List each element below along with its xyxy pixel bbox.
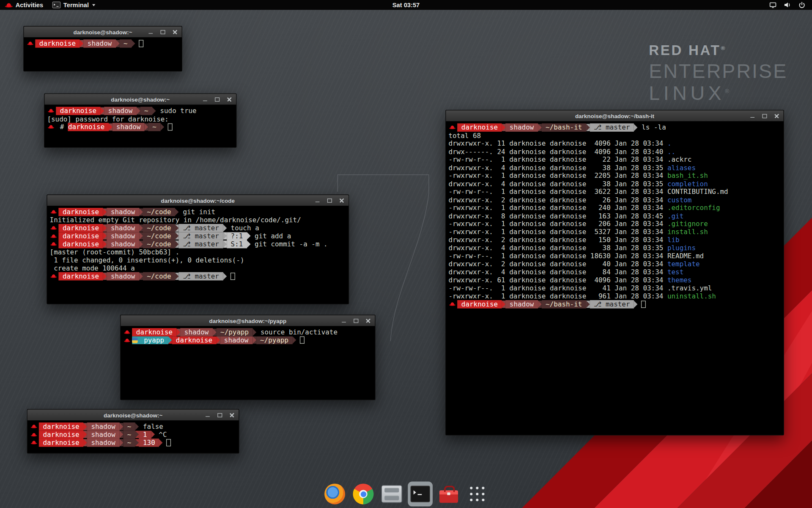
- terminal-line: drwxrwxr-x. 8 darknoise darknoise 163 Ja…: [448, 212, 781, 220]
- window-titlebar[interactable]: darknoise@shadow:~: [24, 26, 181, 38]
- prompt-segment-host: shadow: [107, 224, 139, 232]
- powerline-arrow-icon: [80, 40, 84, 47]
- window-titlebar[interactable]: darknoise@shadow:~: [27, 409, 239, 421]
- powerline-arrow-icon: [502, 301, 506, 308]
- dock-toolbox[interactable]: [436, 482, 461, 507]
- terminal-text: bash_it.sh: [667, 171, 708, 179]
- prompt-segment-path: ~/code: [143, 232, 176, 240]
- close-button[interactable]: [172, 29, 178, 35]
- prompt-segment-git: ⎇ master: [590, 123, 634, 131]
- window-titlebar[interactable]: darknoise@shadow:~/pyapp: [121, 315, 375, 326]
- terminal-text: uninstall.sh: [667, 292, 716, 300]
- brand-enterprise: ENTERPRISE: [649, 61, 787, 81]
- prompt-segment-user: darknoise: [58, 208, 103, 216]
- terminal-content[interactable]: darknoise shadow ~ sudo true[sudo] passw…: [44, 105, 236, 147]
- app-menu-terminal[interactable]: Terminal: [48, 0, 100, 10]
- prompt-segment-host: shadow: [87, 422, 120, 431]
- display-icon[interactable]: [769, 1, 776, 8]
- close-button[interactable]: [339, 198, 344, 203]
- prompt-segment-exit: 130: [139, 439, 159, 447]
- terminal-window-code[interactable]: darknoise@shadow:~/code darknoise shadow…: [47, 194, 349, 304]
- terminal-content[interactable]: darknoise shadow ~/bash-it ⎇ master ls -…: [446, 121, 783, 435]
- close-button[interactable]: [229, 412, 234, 417]
- powerline-arrow-icon: [101, 107, 104, 114]
- window-title: darknoise@shadow:~/bash-it: [575, 113, 654, 119]
- prompt-segment-gitstatus: ?:1: [227, 232, 247, 240]
- minimize-button[interactable]: [315, 198, 320, 203]
- maximize-button[interactable]: [327, 198, 332, 203]
- terminal-text: themes: [667, 276, 692, 284]
- prompt-segment-user: darknoise: [58, 224, 103, 232]
- maximize-button[interactable]: [762, 113, 767, 119]
- dock-firefox[interactable]: [322, 482, 347, 507]
- minimize-button[interactable]: [205, 412, 211, 417]
- powerline-arrow-icon: [145, 123, 148, 130]
- python-icon: [132, 337, 137, 343]
- activities-label: Activities: [16, 1, 43, 8]
- terminal-content[interactable]: darknoise shadow ~: [24, 37, 181, 71]
- minimize-button[interactable]: [750, 113, 755, 119]
- prompt-segment-host: shadow: [104, 107, 137, 115]
- system-status-area[interactable]: [769, 1, 812, 8]
- terminal-content[interactable]: darknoise shadow ~/pyapp source bin/acti…: [121, 326, 375, 400]
- dock-terminal[interactable]: [408, 482, 433, 507]
- dock: [322, 482, 490, 507]
- terminal-text: git commit -a -m .: [251, 240, 328, 248]
- terminal-line: darknoise shadow ~ 1 ^C: [30, 431, 236, 439]
- window-titlebar[interactable]: darknoise@shadow:~/code: [47, 195, 348, 206]
- prompt-segment-host: shadow: [180, 328, 213, 336]
- dock-app-grid[interactable]: [465, 482, 490, 507]
- top-bar: Activities Terminal Sat 03:57: [0, 0, 812, 10]
- redhat-prompt-icon: [50, 274, 57, 279]
- maximize-button[interactable]: [160, 29, 165, 35]
- prompt-segment-host: shadow: [220, 336, 252, 344]
- terminal-line: -rwxrwxr-x. 1 darknoise darknoise 240 Ja…: [448, 204, 781, 212]
- close-button[interactable]: [226, 97, 232, 102]
- minimize-button[interactable]: [148, 29, 154, 35]
- powerline-arrow-icon: [135, 439, 139, 446]
- terminal-content[interactable]: darknoise shadow ~ false darknoise shado…: [27, 420, 239, 453]
- window-titlebar[interactable]: darknoise@shadow:~: [44, 94, 236, 105]
- maximize-button[interactable]: [217, 412, 222, 417]
- terminal-text: source bin/activate: [256, 328, 337, 336]
- terminal-line: darknoise shadow ~/code ⎇ master: [50, 272, 346, 280]
- maximize-button[interactable]: [214, 97, 220, 102]
- prompt-segment-host: shadow: [107, 232, 139, 240]
- brand-linux: LINUX®: [649, 83, 787, 103]
- power-icon[interactable]: [798, 1, 806, 8]
- close-button[interactable]: [365, 318, 370, 323]
- volume-icon[interactable]: [784, 1, 791, 8]
- powerline-arrow-icon: [103, 224, 107, 232]
- powerline-arrow-icon: [83, 439, 87, 446]
- terminal-content[interactable]: darknoise shadow ~/code git initInitiali…: [47, 206, 348, 304]
- prompt-segment-host: shadow: [83, 39, 116, 47]
- powerline-arrow-icon: [502, 124, 506, 131]
- window-titlebar[interactable]: darknoise@shadow:~/bash-it: [446, 110, 783, 122]
- powerline-arrow-icon: [116, 40, 120, 47]
- terminal-text: drwxrwxr-x. 61 darknoise darknoise 4096 …: [448, 276, 667, 284]
- close-button[interactable]: [774, 113, 779, 119]
- maximize-button[interactable]: [353, 318, 359, 323]
- minimize-button[interactable]: [203, 97, 208, 102]
- redhat-prompt-icon: [50, 210, 57, 214]
- activities-button[interactable]: Activities: [0, 0, 48, 10]
- dock-chrome[interactable]: [351, 482, 376, 507]
- desktop[interactable]: RED HAT® ENTERPRISE LINUX® Activities Te…: [0, 0, 812, 508]
- prompt-segment-host: shadow: [107, 208, 139, 216]
- terminal-line: -rwxrwxr-x. 1 darknoise darknoise 206 Ja…: [448, 220, 781, 228]
- terminal-window-pyapp[interactable]: darknoise@shadow:~/pyapp darknoise shado…: [120, 315, 376, 400]
- terminal-window-bash-it[interactable]: darknoise@shadow:~/bash-it darknoise sha…: [445, 110, 784, 436]
- terminal-text: .editorconfig: [667, 204, 720, 212]
- terminal-line: -rw-rw-r--. 1 darknoise darknoise 3622 J…: [448, 188, 781, 196]
- powerline-arrow-icon: [139, 224, 143, 232]
- dock-files[interactable]: [379, 482, 404, 507]
- clock[interactable]: Sat 03:57: [388, 0, 424, 10]
- terminal-line: drwxrwxr-x. 2 darknoise darknoise 26 Jan…: [448, 196, 781, 204]
- terminal-window-exitcodes[interactable]: darknoise@shadow:~ darknoise shadow ~ fa…: [27, 409, 239, 453]
- powerline-arrow-icon: [168, 337, 172, 344]
- minimize-button[interactable]: [341, 318, 347, 323]
- powerline-arrow-icon: [634, 124, 638, 131]
- terminal-window-sudo[interactable]: darknoise@shadow:~ darknoise shadow ~ su…: [44, 93, 237, 148]
- terminal-window-home-1[interactable]: darknoise@shadow:~ darknoise shadow ~: [23, 26, 182, 72]
- prompt-segment-host: shadow: [107, 272, 139, 280]
